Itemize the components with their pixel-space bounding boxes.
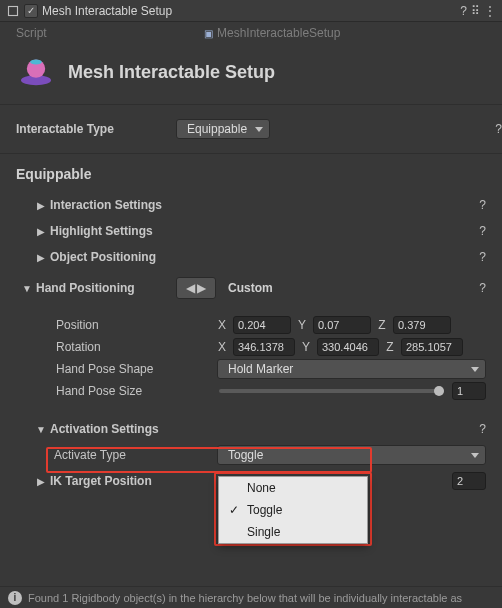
presets-icon[interactable]: ⠿ <box>471 4 480 18</box>
rotation-z-input[interactable] <box>401 338 463 356</box>
ik-target-count: 2 <box>452 472 486 490</box>
interactable-type-dropdown[interactable]: Equippable <box>176 119 270 139</box>
next-icon[interactable]: ▶ <box>196 281 207 295</box>
script-value: ▣ MeshInteractableSetup <box>204 26 340 40</box>
hand-positioning-stepper[interactable]: ◀ ▶ <box>176 277 216 299</box>
component-title: Mesh Interactable Setup <box>42 4 456 18</box>
component-enabled-checkbox[interactable]: ✓ <box>24 4 38 18</box>
info-icon: i <box>8 591 22 605</box>
mesh-avatar-icon <box>16 54 56 90</box>
help-icon[interactable]: ? <box>479 198 486 212</box>
svg-point-3 <box>30 60 42 65</box>
rotation-y-input[interactable] <box>317 338 379 356</box>
settings-group: ▶ Interaction Settings ? ▶ Highlight Set… <box>0 182 502 496</box>
triangle-down-icon: ▼ <box>22 283 32 294</box>
hand-positioning-values: Position X Y Z Rotation X Y Z Hand Pose … <box>16 308 486 408</box>
activate-type-popup: None Toggle Single <box>218 476 368 544</box>
prev-icon[interactable]: ◀ <box>185 281 196 295</box>
interactable-type-label: Interactable Type <box>16 122 176 136</box>
context-menu-icon[interactable]: ⋮ <box>484 4 496 18</box>
hand-pose-shape-dropdown[interactable]: Hold Marker <box>217 359 486 379</box>
script-field: Script ▣ MeshInteractableSetup <box>0 22 502 44</box>
triangle-right-icon: ▶ <box>36 252 46 263</box>
hand-pose-size-row: Hand Pose Size <box>56 380 486 402</box>
equippable-title: Equippable <box>0 154 502 182</box>
script-label: Script <box>16 26 204 40</box>
activate-option-toggle[interactable]: Toggle <box>219 499 367 521</box>
position-row: Position X Y Z <box>56 314 486 336</box>
status-text: Found 1 Rigidbody object(s) in the hiera… <box>28 592 462 604</box>
help-icon[interactable]: ? <box>495 122 502 136</box>
triangle-right-icon: ▶ <box>36 476 46 487</box>
object-positioning-foldout[interactable]: ▶ Object Positioning ? <box>16 246 486 268</box>
help-icon[interactable]: ? <box>460 4 467 18</box>
activate-type-dropdown[interactable]: Toggle <box>217 445 486 465</box>
hand-positioning-mode: Custom <box>228 281 273 295</box>
position-z-input[interactable] <box>393 316 451 334</box>
highlight-settings-foldout[interactable]: ▶ Highlight Settings ? <box>16 220 486 242</box>
position-x-input[interactable] <box>233 316 291 334</box>
component-header-row: Mesh Interactable Setup <box>0 44 502 104</box>
svg-rect-0 <box>9 6 18 15</box>
triangle-right-icon: ▶ <box>36 226 46 237</box>
script-name: MeshInteractableSetup <box>217 26 340 40</box>
rotation-x-input[interactable] <box>233 338 295 356</box>
hand-positioning-foldout[interactable]: ▼ Hand Positioning ◀ ▶ Custom ? <box>16 274 486 302</box>
inspector-header: ✓ Mesh Interactable Setup ? ⠿ ⋮ <box>0 0 502 22</box>
triangle-down-icon: ▼ <box>36 424 46 435</box>
interactable-type-section: Interactable Type Equippable ? <box>0 104 502 153</box>
position-y-input[interactable] <box>313 316 371 334</box>
interaction-settings-foldout[interactable]: ▶ Interaction Settings ? <box>16 194 486 216</box>
component-icon <box>6 5 20 17</box>
activate-option-none[interactable]: None <box>219 477 367 499</box>
activate-type-row: Activate Type Toggle <box>16 444 486 466</box>
help-icon[interactable]: ? <box>479 422 486 436</box>
status-bar: i Found 1 Rigidbody object(s) in the hie… <box>0 586 502 608</box>
help-icon[interactable]: ? <box>479 281 486 295</box>
hand-pose-shape-row: Hand Pose Shape Hold Marker <box>56 358 486 380</box>
page-title: Mesh Interactable Setup <box>68 62 275 83</box>
help-icon[interactable]: ? <box>479 224 486 238</box>
activate-option-single[interactable]: Single <box>219 521 367 543</box>
script-object-icon: ▣ <box>204 28 213 39</box>
interactable-type-row: Interactable Type Equippable ? <box>0 105 502 153</box>
rotation-row: Rotation X Y Z <box>56 336 486 358</box>
equippable-section: Equippable ▶ Interaction Settings ? ▶ Hi… <box>0 153 502 496</box>
help-icon[interactable]: ? <box>479 250 486 264</box>
hand-pose-size-input[interactable] <box>452 382 486 400</box>
activation-settings-foldout[interactable]: ▼ Activation Settings ? <box>16 418 486 440</box>
triangle-right-icon: ▶ <box>36 200 46 211</box>
slider-knob[interactable] <box>434 386 444 396</box>
activation-block: ▼ Activation Settings ? Activate Type To… <box>16 418 486 492</box>
hand-pose-size-slider[interactable] <box>219 389 444 393</box>
